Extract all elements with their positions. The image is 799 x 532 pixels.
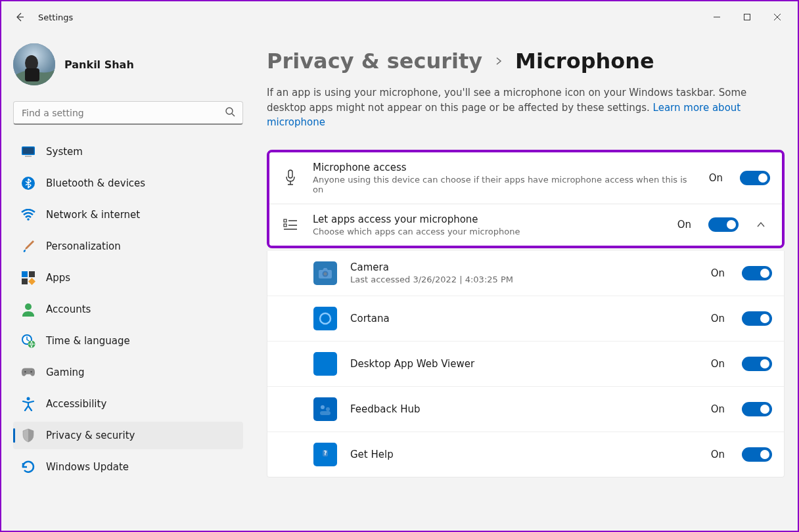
sidebar-item-accounts[interactable]: Accounts (13, 296, 243, 323)
back-button[interactable] (7, 4, 33, 30)
avatar (13, 43, 55, 85)
nav-label: Apps (46, 272, 70, 284)
clock-globe-icon (21, 334, 35, 348)
sidebar-item-gaming[interactable]: Gaming (13, 359, 243, 386)
setting-subtitle: Anyone using this device can choose if t… (313, 175, 696, 194)
toggle-state: On (711, 358, 725, 370)
search-box (13, 101, 243, 125)
app-name: Camera (350, 261, 698, 273)
bluetooth-icon (21, 176, 35, 190)
app-row-camera: Camera Last accessed 3/26/2022 | 4:03:25… (267, 251, 784, 296)
sidebar: Pankil Shah System Bluetooth & devices N… (1, 33, 251, 531)
svg-point-4 (226, 108, 233, 114)
app-access-card: Let apps access your microphone Choose w… (269, 204, 782, 246)
microphone-access-card: Microphone access Anyone using this devi… (269, 152, 782, 204)
chevron-up-icon (756, 220, 765, 229)
sidebar-item-apps[interactable]: Apps (13, 264, 243, 292)
maximize-icon (744, 14, 750, 20)
nav-list: System Bluetooth & devices Network & int… (13, 138, 243, 481)
nav-label: Privacy & security (46, 430, 135, 441)
svg-point-25 (324, 272, 327, 275)
apps-icon (21, 271, 35, 285)
nav-label: Accounts (46, 303, 91, 315)
update-icon (21, 460, 35, 474)
app-name: Feedback Hub (350, 403, 698, 415)
svg-point-27 (321, 405, 325, 409)
toggle-state: On (711, 267, 725, 279)
user-profile[interactable]: Pankil Shah (13, 33, 243, 101)
app-toggle[interactable] (742, 402, 772, 416)
nav-label: Bluetooth & devices (46, 177, 145, 189)
sidebar-item-time-language[interactable]: Time & language (13, 327, 243, 355)
nav-label: Windows Update (46, 461, 129, 473)
highlighted-section: Microphone access Anyone using this devi… (267, 150, 785, 248)
nav-label: Personalization (46, 240, 121, 252)
app-name: Desktop App Web Viewer (350, 358, 698, 370)
nav-label: Gaming (46, 366, 85, 378)
expand-button[interactable] (752, 220, 770, 229)
svg-text:?: ? (324, 451, 327, 456)
app-toggle[interactable] (742, 311, 772, 326)
svg-point-28 (326, 407, 330, 411)
toggle-state: On (677, 219, 691, 231)
app-list: Camera Last accessed 3/26/2022 | 4:03:25… (267, 251, 785, 477)
maximize-button[interactable] (732, 7, 762, 28)
sidebar-item-windows-update[interactable]: Windows Update (13, 453, 243, 481)
person-icon (21, 302, 35, 317)
help-app-icon: ? (313, 443, 337, 466)
svg-rect-12 (22, 278, 28, 284)
toggle-state: On (711, 449, 725, 460)
svg-point-17 (24, 371, 26, 372)
svg-rect-22 (284, 224, 286, 227)
close-icon (774, 14, 781, 20)
sidebar-item-accessibility[interactable]: Accessibility (13, 390, 243, 418)
sidebar-item-personalization[interactable]: Personalization (13, 233, 243, 260)
minimize-button[interactable] (702, 7, 732, 28)
svg-rect-10 (22, 271, 28, 277)
app-row-feedback-hub: Feedback Hub On (267, 386, 784, 432)
microphone-access-toggle[interactable] (740, 171, 770, 185)
close-button[interactable] (762, 7, 792, 28)
svg-rect-3 (25, 68, 39, 81)
app-name: Cortana (350, 313, 698, 324)
system-icon (21, 144, 35, 159)
svg-point-9 (27, 218, 30, 221)
app-row-cortana: Cortana On (267, 296, 784, 341)
search-icon (225, 106, 235, 120)
sidebar-item-bluetooth[interactable]: Bluetooth & devices (13, 169, 243, 197)
app-row-get-help: ? Get Help On (267, 432, 784, 477)
camera-app-icon (313, 261, 337, 285)
main-content: Privacy & security Microphone If an app … (251, 33, 798, 531)
toggle-state: On (711, 313, 725, 324)
svg-rect-29 (320, 411, 331, 415)
nav-label: Accessibility (46, 398, 106, 410)
app-list-icon (281, 219, 300, 231)
wifi-icon (21, 208, 35, 222)
breadcrumb-current: Microphone (515, 49, 654, 74)
feedback-app-icon (313, 397, 337, 421)
brush-icon (21, 239, 35, 254)
breadcrumb-parent[interactable]: Privacy & security (267, 49, 482, 74)
svg-rect-6 (23, 148, 34, 154)
minimize-icon (714, 14, 720, 20)
svg-rect-11 (29, 271, 35, 277)
generic-app-icon (313, 352, 337, 376)
svg-point-13 (25, 303, 32, 310)
nav-label: System (46, 146, 83, 158)
app-toggle[interactable] (742, 447, 772, 462)
app-access-toggle[interactable] (708, 217, 739, 232)
accessibility-icon (21, 397, 35, 411)
sidebar-item-system[interactable]: System (13, 138, 243, 166)
nav-label: Time & language (46, 335, 130, 347)
microphone-icon (281, 169, 300, 187)
svg-point-26 (320, 313, 331, 324)
setting-title: Let apps access your microphone (313, 213, 664, 225)
svg-rect-21 (284, 219, 286, 222)
sidebar-item-privacy-security[interactable]: Privacy & security (13, 422, 243, 449)
cortana-app-icon (313, 307, 337, 330)
sidebar-item-network[interactable]: Network & internet (13, 201, 243, 229)
search-input[interactable] (13, 101, 243, 125)
app-toggle[interactable] (742, 266, 772, 280)
app-toggle[interactable] (742, 357, 772, 371)
svg-rect-0 (744, 14, 750, 20)
